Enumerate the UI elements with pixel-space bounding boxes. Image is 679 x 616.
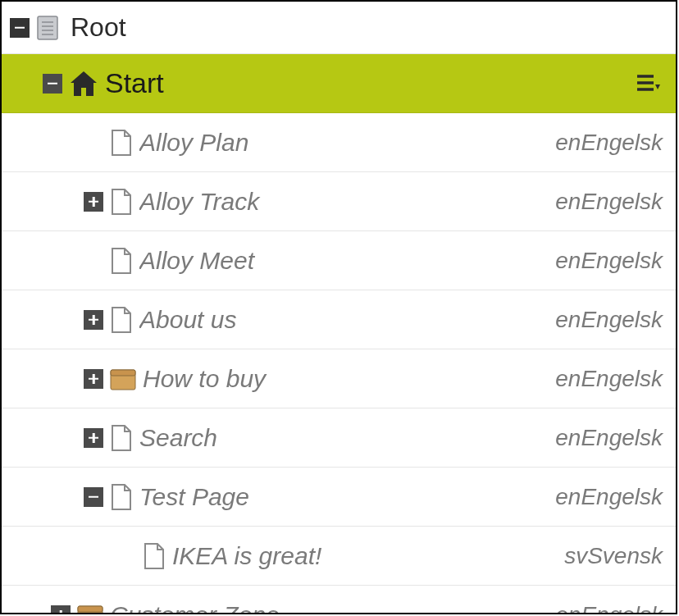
page-icon: [110, 188, 133, 216]
tree-label: About us: [139, 306, 555, 334]
expand-toggle[interactable]: [84, 428, 103, 448]
collapse-toggle[interactable]: [10, 18, 30, 38]
page-tree: Root Start Alloy Plan enEngelsk: [0, 0, 677, 614]
language-badge: enEngelsk: [555, 307, 663, 333]
tree-row-customer-zone[interactable]: Customer Zone enEngelsk: [2, 586, 676, 614]
language-badge: enEngelsk: [555, 602, 663, 614]
folder-icon: [110, 367, 136, 391]
tree-label: How to buy: [143, 365, 555, 393]
tree-row-root[interactable]: Root: [2, 2, 676, 54]
tree-row-ikea[interactable]: IKEA is great! svSvensk: [2, 527, 676, 586]
page-icon: [110, 424, 133, 452]
expand-toggle[interactable]: [51, 605, 71, 614]
language-badge: enEngelsk: [555, 425, 663, 451]
home-icon: [69, 70, 98, 98]
language-badge: enEngelsk: [555, 248, 663, 274]
root-icon: [36, 15, 59, 41]
svg-rect-0: [38, 16, 57, 39]
tree-row-alloy-track[interactable]: Alloy Track enEngelsk: [2, 172, 676, 231]
tree-row-test-page[interactable]: Test Page enEngelsk: [2, 468, 676, 527]
tree-row-alloy-meet[interactable]: Alloy Meet enEngelsk: [2, 231, 676, 290]
page-icon: [110, 247, 133, 275]
tree-label: Root: [71, 12, 668, 43]
collapse-toggle[interactable]: [43, 74, 62, 94]
language-badge: svSvensk: [564, 543, 663, 569]
tree-row-start[interactable]: Start: [2, 54, 676, 113]
page-icon: [110, 306, 133, 334]
expand-toggle[interactable]: [84, 310, 103, 330]
tree-label: Alloy Plan: [139, 129, 555, 157]
language-badge: enEngelsk: [555, 130, 663, 156]
expand-toggle[interactable]: [84, 192, 103, 212]
collapse-toggle[interactable]: [84, 487, 103, 507]
page-icon: [110, 129, 133, 157]
folder-icon: [77, 603, 103, 614]
language-badge: enEngelsk: [555, 366, 663, 392]
tree-row-alloy-plan[interactable]: Alloy Plan enEngelsk: [2, 113, 676, 172]
tree-label: Customer Zone: [110, 601, 555, 614]
page-icon: [110, 483, 133, 511]
tree-label: IKEA is great!: [172, 542, 564, 570]
tree-row-search[interactable]: Search enEngelsk: [2, 408, 676, 468]
tree-label: Start: [105, 67, 631, 99]
tree-row-about-us[interactable]: About us enEngelsk: [2, 290, 676, 349]
language-badge: enEngelsk: [555, 484, 663, 510]
tree-row-how-to-buy[interactable]: How to buy enEngelsk: [2, 349, 676, 408]
context-menu-button[interactable]: [631, 67, 664, 100]
expand-toggle[interactable]: [84, 369, 103, 389]
tree-label: Alloy Meet: [139, 247, 555, 275]
tree-label: Alloy Track: [139, 188, 555, 216]
page-icon: [143, 542, 166, 570]
tree-label: Search: [139, 424, 555, 452]
language-badge: enEngelsk: [555, 189, 663, 215]
svg-rect-11: [78, 606, 103, 612]
tree-label: Test Page: [139, 483, 555, 511]
svg-rect-9: [111, 370, 135, 376]
